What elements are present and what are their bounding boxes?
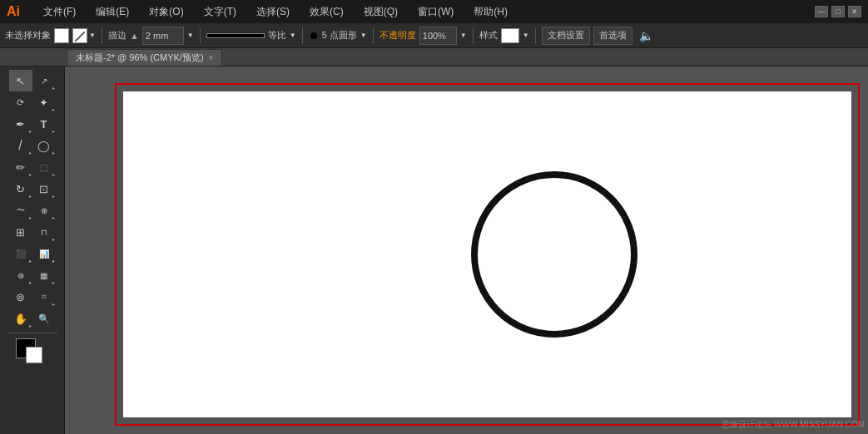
rotate-icon: ↻ <box>16 183 25 195</box>
artboard-container <box>115 83 860 426</box>
menu-object[interactable]: 对象(O) <box>146 3 186 21</box>
style-chevron[interactable]: ▼ <box>523 32 529 39</box>
win-close[interactable]: ✕ <box>848 6 861 17</box>
menu-type[interactable]: 文字(T) <box>201 3 240 21</box>
ratio-label: 等比 <box>268 29 286 42</box>
tool-arrow-icon-8: ▸ <box>52 171 55 177</box>
divider-3 <box>302 27 303 44</box>
menu-edit[interactable]: 编辑(E) <box>92 3 132 21</box>
stroke-up-arrow[interactable]: ▲ <box>130 31 139 41</box>
ellipse-tool-btn[interactable]: ◯ ▸ <box>32 135 56 156</box>
tool-row-6: ↻ ▸ ⊡ ▸ <box>9 178 56 200</box>
point-shape-label: 5 点圆形 <box>322 29 357 42</box>
win-minimize[interactable]: — <box>815 6 828 17</box>
slice-tool-btn[interactable]: ⌗ ▸ <box>32 286 56 308</box>
line-icon: / <box>18 138 22 153</box>
style-label: 样式 <box>479 29 498 42</box>
menu-help[interactable]: 帮助(H) <box>470 3 511 21</box>
tool-row-4: / ▸ ◯ ▸ <box>9 135 56 156</box>
pencil-tool-btn[interactable]: ✏ ▸ <box>9 156 32 178</box>
tool-arrow-icon-10: ▸ <box>52 193 55 199</box>
circle-shape[interactable] <box>471 171 637 338</box>
tab-close-button[interactable]: × <box>209 53 214 62</box>
lasso-tool-btn[interactable]: ⟳ <box>9 91 32 113</box>
selection-tool-btn[interactable]: ↖ <box>9 70 32 91</box>
background-color[interactable] <box>26 347 42 363</box>
line-tool-btn[interactable]: / ▸ <box>9 135 32 156</box>
perspective-tool-btn[interactable]: ⬛ ▸ <box>9 243 32 264</box>
width-icon: ⊕ <box>41 206 47 215</box>
title-bar: Ai 文件(F) 编辑(E) 对象(O) 文字(T) 选择(S) 效果(C) 视… <box>0 0 868 23</box>
tool-arrow-icon-4: ▸ <box>52 128 55 134</box>
zoom-icon: 🔍 <box>38 313 50 324</box>
magic-wand-tool-btn[interactable]: ✦ ▸ <box>32 91 56 113</box>
ratio-chevron[interactable]: ▼ <box>290 32 296 39</box>
tool-arrow-icon-14: ▸ <box>29 258 32 264</box>
doc-settings-button[interactable]: 文档设置 <box>542 27 590 45</box>
eraser-icon: ⬚ <box>40 163 47 172</box>
tool-arrow-icon-3: ▸ <box>29 128 32 134</box>
preferences-button[interactable]: 首选项 <box>593 27 632 45</box>
stroke-chevron[interactable]: ▼ <box>89 32 96 39</box>
stroke-unit-chevron[interactable]: ▼ <box>187 32 194 39</box>
artboard-tool-btn[interactable]: ⊚ <box>9 286 32 308</box>
opacity-chevron[interactable]: ▼ <box>460 32 467 39</box>
tool-divider <box>7 333 57 333</box>
shape-builder-icon: ⊓ <box>41 228 47 237</box>
tool-arrow-icon-12: ▸ <box>52 215 55 220</box>
divider-6 <box>535 27 536 44</box>
hand-tool-btn[interactable]: ✋ ▸ <box>9 308 32 329</box>
tool-arrow-icon-19: ▸ <box>29 323 32 328</box>
slice-icon: ⌗ <box>42 292 47 302</box>
tool-arrow-icon-5: ▸ <box>29 150 32 155</box>
tool-arrow-icon-7: ▸ <box>29 171 32 177</box>
artboard[interactable] <box>123 91 851 417</box>
left-toolbar: ↖ ↗ ▸ ⟳ ✦ ▸ ✒ ▸ T ▸ <box>0 67 65 434</box>
stroke-swatch[interactable] <box>72 28 87 43</box>
symbol-sprayer-btn[interactable]: ⊛ ▸ <box>9 264 32 286</box>
menu-window[interactable]: 窗口(W) <box>414 3 457 21</box>
divider-5 <box>473 27 474 44</box>
hand-icon: ✋ <box>14 313 27 325</box>
stroke-input[interactable] <box>142 27 184 45</box>
graph-tool-btn[interactable]: 📊 ▸ <box>32 243 56 264</box>
scale-tool-btn[interactable]: ⊡ ▸ <box>32 178 56 200</box>
free-transform-icon: ⊞ <box>16 226 25 239</box>
tool-arrow-icon-6: ▸ <box>52 150 55 155</box>
tool-row-5: ✏ ▸ ⬚ ▸ <box>9 156 56 178</box>
warp-icon: 〜 <box>17 205 25 216</box>
tool-row-7: 〜 ▸ ⊕ ▸ <box>9 200 56 221</box>
opacity-input[interactable] <box>419 27 457 45</box>
document-tab[interactable]: 未标题-2* @ 96% (CMYK/预览) × <box>67 49 222 66</box>
tab-label: 未标题-2* @ 96% (CMYK/预览) <box>76 52 204 64</box>
perspective-icon: ⬛ <box>16 249 26 259</box>
menu-view[interactable]: 视图(Q) <box>360 3 401 21</box>
point-shape-chevron[interactable]: ▼ <box>360 32 367 39</box>
tool-row-9: ⬛ ▸ 📊 ▸ <box>9 243 56 264</box>
column-graph-btn[interactable]: ▦ ▸ <box>32 264 56 286</box>
rotate-tool-btn[interactable]: ↻ ▸ <box>9 178 32 200</box>
warp-tool-btn[interactable]: 〜 ▸ <box>9 200 32 221</box>
fill-swatch[interactable] <box>54 28 69 43</box>
free-transform-btn[interactable]: ⊞ <box>9 221 32 243</box>
pen-tool-btn[interactable]: ✒ ▸ <box>9 113 32 135</box>
shape-builder-btn[interactable]: ⊓ ▸ <box>32 221 56 243</box>
column-graph-icon: ▦ <box>40 271 47 280</box>
style-swatch[interactable] <box>501 28 519 43</box>
divider-1 <box>102 27 102 44</box>
menu-select[interactable]: 选择(S) <box>253 3 293 21</box>
title-bar-right: — □ ✕ <box>815 6 861 17</box>
tool-row-1: ↖ ↗ ▸ <box>9 70 56 91</box>
menu-file[interactable]: 文件(F) <box>40 3 79 21</box>
eraser-tool-btn[interactable]: ⬚ ▸ <box>32 156 56 178</box>
width-tool-btn[interactable]: ⊕ ▸ <box>32 200 56 221</box>
tool-arrow-icon-9: ▸ <box>29 193 32 199</box>
type-tool-btn[interactable]: T ▸ <box>32 113 56 135</box>
tool-arrow-icon-15: ▸ <box>52 258 55 264</box>
menu-effect[interactable]: 效果(C) <box>306 3 347 21</box>
win-maximize[interactable]: □ <box>831 6 845 17</box>
zoom-tool-btn[interactable]: 🔍 <box>32 308 56 329</box>
tool-row-11: ⊚ ⌗ ▸ <box>9 286 56 308</box>
dot-icon <box>310 32 317 39</box>
direct-selection-tool-btn[interactable]: ↗ ▸ <box>32 70 56 91</box>
